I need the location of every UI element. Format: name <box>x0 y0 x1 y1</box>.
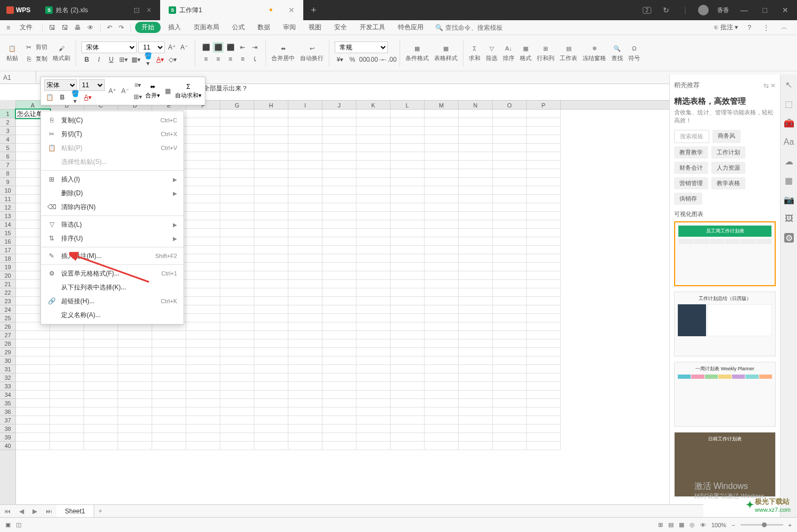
sheet-tab[interactable]: Sheet1 <box>56 505 94 517</box>
row-header[interactable]: 39 <box>0 433 15 442</box>
cell[interactable] <box>356 118 391 127</box>
cell[interactable] <box>356 356 391 365</box>
cell[interactable] <box>459 135 493 144</box>
cell[interactable] <box>152 416 186 425</box>
cell[interactable] <box>254 212 288 220</box>
cell[interactable] <box>186 331 220 339</box>
cell[interactable] <box>220 433 254 442</box>
menu-data[interactable]: 数据 <box>252 22 276 33</box>
cell[interactable] <box>356 399 391 408</box>
cell[interactable] <box>459 297 493 305</box>
cell[interactable] <box>425 297 459 305</box>
cell[interactable] <box>186 203 220 212</box>
cell[interactable] <box>220 203 254 212</box>
cell[interactable] <box>356 390 391 399</box>
cell[interactable] <box>459 373 493 382</box>
cell[interactable] <box>288 203 322 212</box>
cell[interactable] <box>322 442 356 450</box>
column-header[interactable]: O <box>493 101 527 109</box>
cell[interactable] <box>425 246 459 254</box>
cell[interactable] <box>527 365 561 373</box>
cell[interactable] <box>425 288 459 297</box>
find-button[interactable]: 🔍查找 <box>609 43 625 63</box>
orientation-icon[interactable]: ⤹ <box>250 54 260 64</box>
cell[interactable] <box>118 373 152 382</box>
cell[interactable] <box>288 254 322 263</box>
row-header[interactable]: 23 <box>0 297 15 305</box>
select-all-corner[interactable] <box>0 100 16 110</box>
status-mode-icon[interactable]: ◫ <box>16 521 21 528</box>
cell[interactable] <box>493 195 527 203</box>
row-header[interactable]: 7 <box>0 161 15 169</box>
cell[interactable] <box>425 203 459 212</box>
align-left-icon[interactable]: ≡ <box>201 54 211 64</box>
cell[interactable] <box>254 390 288 399</box>
cell[interactable] <box>152 399 186 408</box>
cell[interactable] <box>220 339 254 348</box>
cell[interactable] <box>186 365 220 373</box>
menu-view[interactable]: 视图 <box>303 22 327 33</box>
cell[interactable] <box>16 442 50 450</box>
cell[interactable] <box>16 365 50 373</box>
row-header[interactable]: 25 <box>0 314 15 322</box>
cell[interactable] <box>493 314 527 322</box>
decrease-font-icon[interactable]: A⁻ <box>179 42 189 53</box>
cell[interactable] <box>527 416 561 425</box>
row-headers[interactable]: 1234567891011121314151617181920212223242… <box>0 110 16 509</box>
template-tag[interactable]: 商务风 <box>712 130 741 143</box>
cell[interactable] <box>356 288 391 297</box>
cell[interactable] <box>220 110 254 118</box>
row-header[interactable]: 2 <box>0 118 15 127</box>
cell[interactable] <box>493 416 527 425</box>
cell[interactable] <box>322 220 356 229</box>
justify-icon[interactable]: ≡ <box>237 54 248 64</box>
cell[interactable] <box>322 254 356 263</box>
column-header[interactable]: K <box>356 101 391 109</box>
cell[interactable] <box>493 118 527 127</box>
row-header[interactable]: 31 <box>0 365 15 373</box>
cell[interactable] <box>493 331 527 339</box>
cell[interactable] <box>391 212 425 220</box>
cell[interactable] <box>356 246 391 254</box>
context-menu-item[interactable]: 从下拉列表中选择(K)... <box>41 280 184 294</box>
cell[interactable] <box>16 425 50 433</box>
save-as-icon[interactable]: 🖫 <box>60 23 70 32</box>
context-menu-item[interactable]: ▽筛选(L)▶ <box>41 218 184 231</box>
cell[interactable] <box>186 288 220 297</box>
redo-icon[interactable]: ↷ <box>117 23 126 32</box>
cell[interactable] <box>459 339 493 348</box>
cell[interactable] <box>288 331 322 339</box>
context-menu-item[interactable]: ⌫清除内容(N) <box>41 200 184 214</box>
column-header[interactable]: N <box>459 101 493 109</box>
cell[interactable] <box>459 118 493 127</box>
cell[interactable] <box>391 178 425 186</box>
cell[interactable] <box>254 339 288 348</box>
cell[interactable] <box>425 110 459 118</box>
cell[interactable] <box>391 416 425 425</box>
cell[interactable] <box>493 390 527 399</box>
cell[interactable] <box>391 339 425 348</box>
indent-decrease-icon[interactable]: ⇤ <box>237 42 248 53</box>
cell[interactable] <box>220 169 254 178</box>
cell[interactable] <box>493 203 527 212</box>
cell[interactable] <box>391 135 425 144</box>
row-header[interactable]: 5 <box>0 144 15 152</box>
cell[interactable] <box>459 331 493 339</box>
cell[interactable] <box>493 356 527 365</box>
cell[interactable] <box>220 425 254 433</box>
cell[interactable] <box>322 246 356 254</box>
reading-mode-icon[interactable]: 👁 <box>700 522 706 528</box>
cell[interactable] <box>527 110 561 118</box>
context-menu-item[interactable]: 定义名称(A)... <box>41 308 184 322</box>
print-preview-icon[interactable]: 👁 <box>85 23 96 32</box>
cell[interactable] <box>391 186 425 195</box>
cell[interactable] <box>493 220 527 229</box>
cell[interactable] <box>493 280 527 288</box>
cell[interactable] <box>527 356 561 365</box>
cursor-icon[interactable]: ↖ <box>784 80 794 89</box>
view-normal-icon[interactable]: ⊞ <box>658 521 663 528</box>
cell[interactable] <box>220 331 254 339</box>
more-icon[interactable]: ⋮ <box>761 23 771 32</box>
cell[interactable] <box>391 118 425 127</box>
cell[interactable] <box>322 263 356 271</box>
